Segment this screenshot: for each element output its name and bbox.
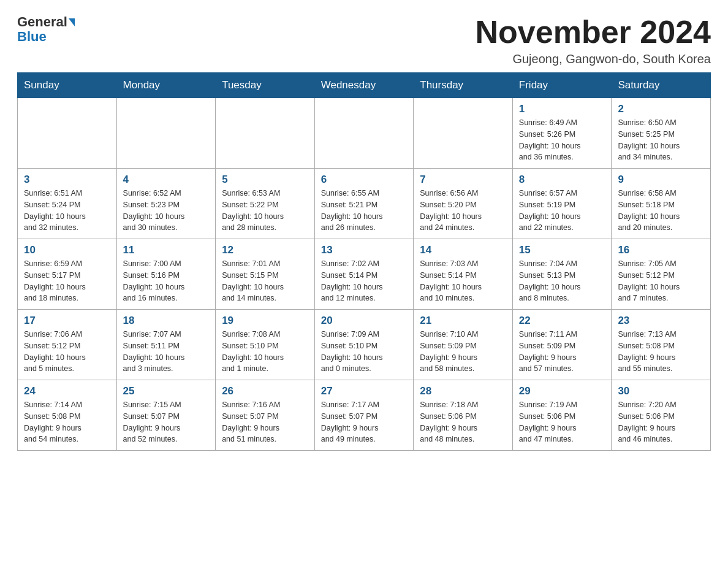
calendar-cell: 20Sunrise: 7:09 AMSunset: 5:10 PMDayligh… [314, 310, 414, 380]
day-info: Sunrise: 7:03 AMSunset: 5:14 PMDaylight:… [420, 258, 506, 304]
weekday-header-monday: Monday [116, 73, 216, 98]
weekday-header-wednesday: Wednesday [314, 73, 414, 98]
calendar-cell: 11Sunrise: 7:00 AMSunset: 5:16 PMDayligh… [116, 239, 216, 310]
day-number: 16 [618, 244, 704, 256]
calendar-cell: 24Sunrise: 7:14 AMSunset: 5:08 PMDayligh… [18, 380, 117, 451]
calendar-cell: 2Sunrise: 6:50 AMSunset: 5:25 PMDaylight… [612, 98, 711, 169]
calendar-cell [116, 98, 216, 169]
day-number: 4 [123, 174, 210, 186]
weekday-header-friday: Friday [512, 73, 612, 98]
day-number: 9 [618, 174, 704, 186]
calendar-cell: 13Sunrise: 7:02 AMSunset: 5:14 PMDayligh… [314, 239, 414, 310]
day-info: Sunrise: 7:14 AMSunset: 5:08 PMDaylight:… [24, 399, 110, 445]
calendar-cell: 26Sunrise: 7:16 AMSunset: 5:07 PMDayligh… [216, 380, 315, 451]
day-number: 20 [321, 315, 408, 327]
day-number: 7 [420, 174, 506, 186]
day-number: 21 [420, 315, 506, 327]
logo: General Blue [17, 15, 75, 44]
calendar-cell: 16Sunrise: 7:05 AMSunset: 5:12 PMDayligh… [612, 239, 711, 310]
calendar-cell [18, 98, 117, 169]
day-info: Sunrise: 6:59 AMSunset: 5:17 PMDaylight:… [24, 258, 110, 304]
day-info: Sunrise: 7:18 AMSunset: 5:06 PMDaylight:… [420, 399, 506, 445]
day-info: Sunrise: 7:17 AMSunset: 5:07 PMDaylight:… [321, 399, 408, 445]
day-info: Sunrise: 7:08 AMSunset: 5:10 PMDaylight:… [222, 329, 308, 375]
day-info: Sunrise: 7:19 AMSunset: 5:06 PMDaylight:… [519, 399, 605, 445]
calendar-cell: 8Sunrise: 6:57 AMSunset: 5:19 PMDaylight… [512, 169, 612, 239]
day-number: 12 [222, 244, 308, 256]
calendar-cell: 22Sunrise: 7:11 AMSunset: 5:09 PMDayligh… [512, 310, 612, 380]
calendar-cell: 15Sunrise: 7:04 AMSunset: 5:13 PMDayligh… [512, 239, 612, 310]
day-number: 6 [321, 174, 408, 186]
weekday-header-row: SundayMondayTuesdayWednesdayThursdayFrid… [18, 73, 711, 98]
calendar-cell: 17Sunrise: 7:06 AMSunset: 5:12 PMDayligh… [18, 310, 117, 380]
day-number: 27 [321, 385, 408, 397]
day-number: 15 [519, 244, 605, 256]
calendar-cell: 29Sunrise: 7:19 AMSunset: 5:06 PMDayligh… [512, 380, 612, 451]
calendar-cell: 18Sunrise: 7:07 AMSunset: 5:11 PMDayligh… [116, 310, 216, 380]
day-info: Sunrise: 6:53 AMSunset: 5:22 PMDaylight:… [222, 188, 308, 234]
day-number: 18 [123, 315, 210, 327]
calendar-table: SundayMondayTuesdayWednesdayThursdayFrid… [17, 72, 711, 451]
day-number: 30 [618, 385, 704, 397]
calendar-cell: 28Sunrise: 7:18 AMSunset: 5:06 PMDayligh… [414, 380, 513, 451]
day-info: Sunrise: 6:57 AMSunset: 5:19 PMDaylight:… [519, 188, 605, 234]
page-header: General Blue November 2024 Gujeong, Gang… [17, 15, 711, 66]
day-info: Sunrise: 7:07 AMSunset: 5:11 PMDaylight:… [123, 329, 210, 375]
calendar-cell: 4Sunrise: 6:52 AMSunset: 5:23 PMDaylight… [116, 169, 216, 239]
calendar-cell [414, 98, 513, 169]
day-info: Sunrise: 7:13 AMSunset: 5:08 PMDaylight:… [618, 329, 704, 375]
calendar-cell: 7Sunrise: 6:56 AMSunset: 5:20 PMDaylight… [414, 169, 513, 239]
day-number: 23 [618, 315, 704, 327]
day-number: 14 [420, 244, 506, 256]
day-number: 11 [123, 244, 210, 256]
day-info: Sunrise: 6:51 AMSunset: 5:24 PMDaylight:… [24, 188, 110, 234]
calendar-cell: 30Sunrise: 7:20 AMSunset: 5:06 PMDayligh… [612, 380, 711, 451]
day-info: Sunrise: 6:50 AMSunset: 5:25 PMDaylight:… [618, 117, 704, 163]
calendar-cell: 12Sunrise: 7:01 AMSunset: 5:15 PMDayligh… [216, 239, 315, 310]
day-number: 17 [24, 315, 110, 327]
day-number: 3 [24, 174, 110, 186]
day-number: 5 [222, 174, 308, 186]
day-info: Sunrise: 7:20 AMSunset: 5:06 PMDaylight:… [618, 399, 704, 445]
day-number: 2 [618, 103, 704, 115]
week-row-4: 17Sunrise: 7:06 AMSunset: 5:12 PMDayligh… [18, 310, 711, 380]
weekday-header-sunday: Sunday [18, 73, 117, 98]
day-info: Sunrise: 6:56 AMSunset: 5:20 PMDaylight:… [420, 188, 506, 234]
calendar-cell [314, 98, 414, 169]
calendar-cell: 21Sunrise: 7:10 AMSunset: 5:09 PMDayligh… [414, 310, 513, 380]
calendar-cell [216, 98, 315, 169]
day-info: Sunrise: 6:58 AMSunset: 5:18 PMDaylight:… [618, 188, 704, 234]
calendar-cell: 1Sunrise: 6:49 AMSunset: 5:26 PMDaylight… [512, 98, 612, 169]
calendar-cell: 9Sunrise: 6:58 AMSunset: 5:18 PMDaylight… [612, 169, 711, 239]
calendar-cell: 10Sunrise: 6:59 AMSunset: 5:17 PMDayligh… [18, 239, 117, 310]
day-info: Sunrise: 7:05 AMSunset: 5:12 PMDaylight:… [618, 258, 704, 304]
day-number: 22 [519, 315, 605, 327]
calendar-cell: 27Sunrise: 7:17 AMSunset: 5:07 PMDayligh… [314, 380, 414, 451]
day-number: 24 [24, 385, 110, 397]
day-info: Sunrise: 6:52 AMSunset: 5:23 PMDaylight:… [123, 188, 210, 234]
day-info: Sunrise: 7:01 AMSunset: 5:15 PMDaylight:… [222, 258, 308, 304]
calendar-cell: 3Sunrise: 6:51 AMSunset: 5:24 PMDaylight… [18, 169, 117, 239]
week-row-2: 3Sunrise: 6:51 AMSunset: 5:24 PMDaylight… [18, 169, 711, 239]
day-info: Sunrise: 7:15 AMSunset: 5:07 PMDaylight:… [123, 399, 210, 445]
main-title: November 2024 [476, 15, 711, 50]
week-row-3: 10Sunrise: 6:59 AMSunset: 5:17 PMDayligh… [18, 239, 711, 310]
day-info: Sunrise: 6:49 AMSunset: 5:26 PMDaylight:… [519, 117, 605, 163]
calendar-cell: 6Sunrise: 6:55 AMSunset: 5:21 PMDaylight… [314, 169, 414, 239]
day-info: Sunrise: 7:04 AMSunset: 5:13 PMDaylight:… [519, 258, 605, 304]
day-number: 8 [519, 174, 605, 186]
day-number: 19 [222, 315, 308, 327]
subtitle: Gujeong, Gangwon-do, South Korea [476, 52, 711, 66]
day-info: Sunrise: 6:55 AMSunset: 5:21 PMDaylight:… [321, 188, 408, 234]
day-number: 28 [420, 385, 506, 397]
day-info: Sunrise: 7:16 AMSunset: 5:07 PMDaylight:… [222, 399, 308, 445]
title-block: November 2024 Gujeong, Gangwon-do, South… [476, 15, 711, 66]
day-info: Sunrise: 7:02 AMSunset: 5:14 PMDaylight:… [321, 258, 408, 304]
logo-general-text: General [17, 15, 67, 29]
calendar-cell: 23Sunrise: 7:13 AMSunset: 5:08 PMDayligh… [612, 310, 711, 380]
day-info: Sunrise: 7:10 AMSunset: 5:09 PMDaylight:… [420, 329, 506, 375]
day-info: Sunrise: 7:09 AMSunset: 5:10 PMDaylight:… [321, 329, 408, 375]
day-number: 10 [24, 244, 110, 256]
logo-blue-text: Blue [17, 29, 47, 44]
week-row-1: 1Sunrise: 6:49 AMSunset: 5:26 PMDaylight… [18, 98, 711, 169]
